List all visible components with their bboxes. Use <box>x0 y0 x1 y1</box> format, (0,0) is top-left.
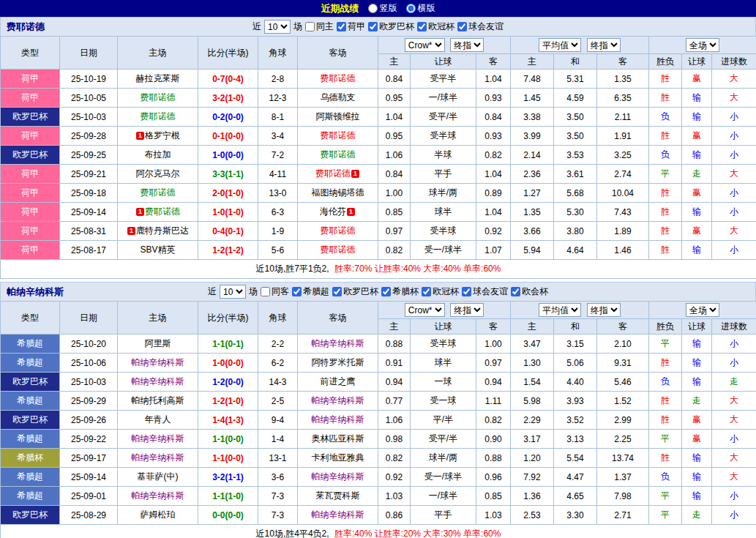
same-venue-checkbox[interactable] <box>261 287 270 296</box>
handicap-result-cell: 赢 <box>682 430 712 449</box>
away-team-cell[interactable]: 帕纳辛纳科斯 <box>298 468 378 487</box>
handicap-result-cell: 输 <box>682 354 712 373</box>
away-team-cell[interactable]: 费耶诺德1 <box>298 165 378 184</box>
away-team-cell[interactable]: 卡利地亚雅典 <box>298 449 378 468</box>
away-team-cell[interactable]: 莱瓦贾科斯 <box>298 487 378 506</box>
away-team-cell[interactable]: 帕纳辛纳科斯 <box>298 392 378 411</box>
away-team-cell[interactable]: 费耶诺德 <box>298 241 378 260</box>
home-team-cell[interactable]: 基菲萨(中) <box>118 468 198 487</box>
euro-draw-odds: 5.54 <box>554 449 597 468</box>
home-team-cell[interactable]: 1格罗宁根 <box>118 127 198 146</box>
league-filter-球会友谊[interactable]: 球会友谊 <box>457 20 504 33</box>
recent-count-select[interactable]: 10 <box>264 20 291 34</box>
away-team-cell[interactable]: 帕纳辛纳科斯 <box>298 411 378 430</box>
away-team-cell[interactable]: 阿斯顿维拉 <box>298 108 378 127</box>
scope-select[interactable]: 全场 <box>686 303 719 317</box>
euro-away-odds: 1.35 <box>597 70 649 89</box>
score-cell: 1-2(1-2) <box>198 241 258 260</box>
league-checkbox[interactable] <box>292 287 302 296</box>
recent-count-select[interactable]: 10 <box>220 285 246 299</box>
same-venue-checkbox[interactable] <box>305 22 315 31</box>
away-team-cell[interactable]: 奥林匹亚科斯 <box>298 430 378 449</box>
vertical-layout-radio-input[interactable] <box>368 4 378 13</box>
home-team-cell[interactable]: 阿里斯 <box>118 335 198 354</box>
home-team-cell[interactable]: 帕纳辛纳科斯 <box>118 354 198 373</box>
euro-odds-type-select[interactable]: 终指 <box>587 303 621 317</box>
league-filter-欧冠杯[interactable]: 欧冠杯 <box>422 285 459 298</box>
euro-avg-select[interactable]: 平均值 <box>539 303 581 317</box>
asian-away-odds: 0.92 <box>476 222 511 241</box>
league-checkbox[interactable] <box>457 22 467 31</box>
same-venue-filter[interactable]: 同客 <box>261 285 289 298</box>
away-team-cell[interactable]: 帕纳辛纳科斯 <box>298 335 378 354</box>
home-team-cell[interactable]: 1费耶诺德 <box>118 203 198 222</box>
euro-draw-odds: 3.50 <box>554 108 597 127</box>
asian-odds-type-select[interactable]: 终指 <box>450 303 484 317</box>
league-checkbox[interactable] <box>332 287 342 296</box>
home-team-cell[interactable]: 费耶诺德 <box>118 108 198 127</box>
away-team-cell[interactable]: 前进之鹰 <box>298 373 378 392</box>
result-cell: 负 <box>649 373 682 392</box>
handicap-result-cell: 输 <box>682 89 712 108</box>
away-team-cell[interactable]: 福图纳锡塔德 <box>298 184 378 203</box>
corner-cell: 1-9 <box>258 222 298 241</box>
home-team-cell[interactable]: 帕纳辛纳科斯 <box>118 373 198 392</box>
home-team-cell[interactable]: 萨姆松珀 <box>118 506 198 525</box>
away-team-cell[interactable]: 费耶诺德 <box>298 146 378 165</box>
league-checkbox[interactable] <box>422 287 431 296</box>
away-team-cell[interactable]: 乌德勒支 <box>298 89 378 108</box>
away-team-cell[interactable]: 费耶诺德 <box>298 70 378 89</box>
euro-draw-odds: 3.13 <box>554 430 597 449</box>
home-team-cell[interactable]: 1鹿特丹斯巴达 <box>118 222 198 241</box>
home-team-cell[interactable]: 费耶诺德 <box>118 89 198 108</box>
asian-home-odds: 0.85 <box>378 203 411 222</box>
horizontal-layout-radio-input[interactable] <box>406 4 416 13</box>
home-team-cell[interactable]: 帕纳辛纳科斯 <box>118 487 198 506</box>
result-cell: 平 <box>649 506 682 525</box>
bookmaker-select[interactable]: Crow* <box>405 303 445 317</box>
euro-draw-odds: 4.64 <box>554 241 597 260</box>
league-filter-欧会杯[interactable]: 欧会杯 <box>511 285 548 298</box>
home-team-cell[interactable]: 赫拉克莱斯 <box>118 70 198 89</box>
league-checkbox[interactable] <box>337 22 346 31</box>
league-filter-荷甲[interactable]: 荷甲 <box>337 20 365 33</box>
home-team-cell[interactable]: 费耶诺德 <box>118 184 198 203</box>
euro-avg-select[interactable]: 平均值 <box>539 38 581 52</box>
team-name-text: 海伦芬 <box>320 206 346 217</box>
home-team-cell[interactable]: SBV精英 <box>118 241 198 260</box>
result-cell: 平 <box>649 430 682 449</box>
handicap-result-cell: 输 <box>682 108 712 127</box>
league-checkbox[interactable] <box>462 287 471 296</box>
league-checkbox[interactable] <box>417 22 427 31</box>
same-venue-filter[interactable]: 同主 <box>305 20 334 33</box>
league-filter-欧冠杯[interactable]: 欧冠杯 <box>417 20 454 33</box>
league-filter-球会友谊[interactable]: 球会友谊 <box>462 285 508 298</box>
league-filter-欧罗巴杯[interactable]: 欧罗巴杯 <box>368 20 414 33</box>
away-team-cell[interactable]: 阿特罗米托斯 <box>298 354 378 373</box>
away-team-cell[interactable]: 费耶诺德 <box>298 222 378 241</box>
away-team-cell[interactable]: 海伦芬1 <box>298 203 378 222</box>
home-team-cell[interactable]: 阿尔克马尔 <box>118 165 198 184</box>
league-checkbox[interactable] <box>368 22 378 31</box>
league-filter-希腊杯[interactable]: 希腊杯 <box>381 285 419 298</box>
horizontal-layout-radio[interactable]: 横版 <box>406 2 435 15</box>
home-team-cell[interactable]: 布拉加 <box>118 146 198 165</box>
league-filter-欧罗巴杯[interactable]: 欧罗巴杯 <box>332 285 378 298</box>
away-team-cell[interactable]: 帕纳辛纳科斯 <box>298 506 378 525</box>
home-team-cell[interactable]: 帕纳辛纳科斯 <box>118 449 198 468</box>
scope-select[interactable]: 全场 <box>686 38 719 52</box>
asian-odds-type-select[interactable]: 终指 <box>450 38 484 52</box>
match-row: 希腊超25-10-20阿里斯1-1(0-1)2-2帕纳辛纳科斯0.88受半球1.… <box>1 335 756 354</box>
away-team-cell[interactable]: 费耶诺德 <box>298 127 378 146</box>
bookmaker-select[interactable]: Crow* <box>405 38 445 52</box>
asian-away-odds: 1.00 <box>476 335 511 354</box>
vertical-layout-radio[interactable]: 竖版 <box>368 2 397 15</box>
near-label: 近 <box>208 285 217 298</box>
home-team-cell[interactable]: 年青人 <box>118 411 198 430</box>
home-team-cell[interactable]: 帕纳托利高斯 <box>118 392 198 411</box>
league-checkbox[interactable] <box>511 287 520 296</box>
league-checkbox[interactable] <box>381 287 391 296</box>
home-team-cell[interactable]: 帕纳辛纳科斯 <box>118 430 198 449</box>
euro-odds-type-select[interactable]: 终指 <box>587 38 621 52</box>
league-filter-希腊超[interactable]: 希腊超 <box>292 285 329 298</box>
